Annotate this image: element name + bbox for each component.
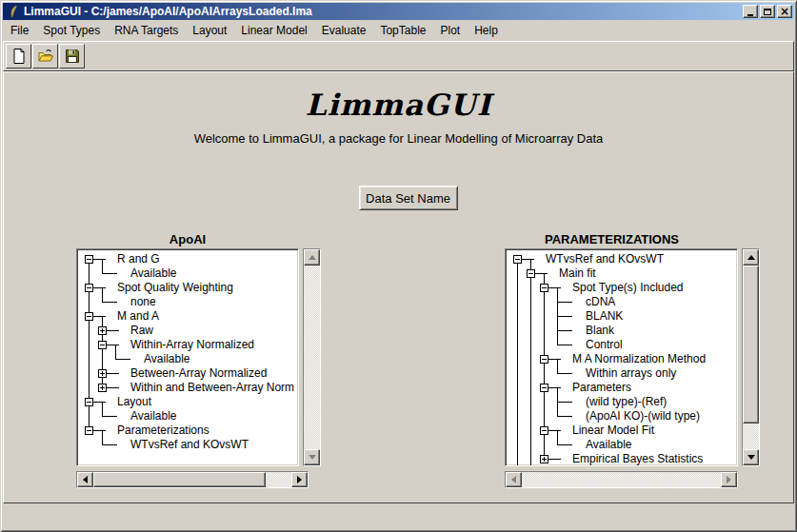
scroll-left-button[interactable] xyxy=(77,472,93,487)
tree-node-label[interactable]: WTvsRef and KOvsWT xyxy=(546,252,664,266)
right-tree-vertical-scrollbar[interactable] xyxy=(742,248,760,466)
tree-line xyxy=(517,352,518,366)
tree-node-label[interactable]: Empirical Bayes Statistics xyxy=(572,452,703,466)
menu-item-evaluate[interactable]: Evaluate xyxy=(316,21,372,40)
tree-node-label[interactable]: Available xyxy=(130,266,176,281)
maximize-button[interactable] xyxy=(760,5,775,18)
tree-collapse-box[interactable] xyxy=(527,269,535,278)
tree-node-label[interactable]: Between-Array Normalized xyxy=(130,366,267,381)
tree-node-label[interactable]: M A Normalization Method xyxy=(572,352,706,366)
tree-node-label[interactable]: M and A xyxy=(117,309,159,324)
tree-collapse-box[interactable] xyxy=(540,384,548,392)
open-folder-icon xyxy=(37,48,54,65)
menu-item-plot[interactable]: Plot xyxy=(434,21,466,40)
tree-row: (ApoAI KO)-(wild type) xyxy=(508,409,737,424)
tree-row: Blank xyxy=(508,324,737,338)
scroll-down-button[interactable] xyxy=(743,449,759,465)
tree-node-label[interactable]: Within-Array Normalized xyxy=(130,338,254,352)
tree-collapse-box[interactable] xyxy=(85,284,93,292)
tree-collapse-box[interactable] xyxy=(540,284,548,292)
tree-node-label[interactable]: R and G xyxy=(117,252,160,266)
tree-row: Layout xyxy=(80,395,298,409)
tree-expand-box[interactable] xyxy=(98,369,107,378)
maximize-icon xyxy=(764,9,771,15)
arrow-left-icon xyxy=(511,476,516,483)
tree-node-label[interactable]: Available xyxy=(130,409,176,424)
tree-node-label[interactable]: none xyxy=(130,295,156,309)
tree-node-label[interactable]: BLANK xyxy=(586,309,623,324)
tree-line xyxy=(530,381,531,395)
tree-line xyxy=(557,373,572,374)
tree-node-label[interactable]: Blank xyxy=(586,324,614,338)
tree-line xyxy=(102,431,103,438)
tree-line xyxy=(544,338,545,352)
new-file-button[interactable] xyxy=(6,44,31,69)
menu-item-toptable[interactable]: TopTable xyxy=(374,21,431,40)
tree-expand-box[interactable] xyxy=(98,384,107,392)
tree-node-label[interactable]: Parameterizations xyxy=(117,424,209,438)
tree-row: Spot Type(s) Included xyxy=(508,281,737,295)
app-feather-icon xyxy=(7,5,20,18)
title-bar[interactable]: LimmaGUI - C:/james/ApoAI/ApoAIArraysLoa… xyxy=(3,3,794,20)
tree-node-label[interactable]: WTvsRef and KOvsWT xyxy=(130,438,249,452)
tree-node-label[interactable]: Spot Quality Weighting xyxy=(117,281,233,295)
tree-collapse-box[interactable] xyxy=(98,341,107,349)
tree-node-label[interactable]: Available xyxy=(144,352,189,366)
tree-node-label[interactable]: cDNA xyxy=(586,295,615,309)
scroll-right-button[interactable] xyxy=(721,472,737,487)
menu-item-spot-types[interactable]: Spot Types xyxy=(37,21,106,40)
tree-node-label[interactable]: Within and Between-Array Norm xyxy=(130,381,294,395)
tree-line xyxy=(89,295,90,309)
tree-node-label[interactable]: Within arrays only xyxy=(586,366,676,381)
scroll-up-button[interactable] xyxy=(304,249,320,266)
save-file-button[interactable] xyxy=(59,44,85,69)
menu-item-rna-targets[interactable]: RNA Targets xyxy=(109,21,184,40)
tree-collapse-box[interactable] xyxy=(540,355,548,364)
minimize-button[interactable] xyxy=(743,5,758,18)
tree-collapse-box[interactable] xyxy=(513,255,522,264)
scroll-down-button[interactable] xyxy=(304,449,320,465)
minus-icon xyxy=(528,273,533,274)
tree-collapse-box[interactable] xyxy=(85,255,93,264)
minus-icon xyxy=(87,316,91,317)
tree-line xyxy=(557,302,572,303)
left-tree-horizontal-scrollbar[interactable] xyxy=(76,471,309,488)
tree-node-label[interactable]: (ApoAI KO)-(wild type) xyxy=(586,409,700,424)
menu-item-file[interactable]: File xyxy=(5,21,34,40)
tree-node-label[interactable]: Control xyxy=(586,338,623,352)
tree-line xyxy=(557,431,558,438)
tree-node-label[interactable]: Parameters xyxy=(572,381,631,395)
scrollbar-thumb[interactable] xyxy=(743,266,759,424)
tree-node-label[interactable]: (wild type)-(Ref) xyxy=(586,395,667,409)
tree-node-label[interactable]: Raw xyxy=(130,324,153,338)
open-file-button[interactable] xyxy=(32,44,58,69)
tree-expand-box[interactable] xyxy=(540,455,548,463)
tree-node-label[interactable]: Layout xyxy=(117,395,151,409)
menu-item-help[interactable]: Help xyxy=(468,21,504,40)
tree-node-label[interactable]: Linear Model Fit xyxy=(572,424,654,438)
scrollbar-thumb[interactable] xyxy=(93,472,266,487)
scroll-left-button[interactable] xyxy=(506,472,522,487)
tree-node-label[interactable]: Available xyxy=(586,438,631,452)
data-set-name-button[interactable]: Data Set Name xyxy=(359,186,458,210)
menu-bar: FileSpot TypesRNA TargetsLayoutLinear Mo… xyxy=(3,20,794,41)
tree-line xyxy=(557,303,558,309)
tree-collapse-box[interactable] xyxy=(540,426,548,435)
scroll-right-button[interactable] xyxy=(291,472,308,487)
left-tree-vertical-scrollbar[interactable] xyxy=(303,248,321,466)
tree-node-label[interactable]: Main fit xyxy=(559,266,596,281)
tree-line xyxy=(544,324,545,338)
tree-collapse-box[interactable] xyxy=(85,426,93,435)
tree-collapse-box[interactable] xyxy=(85,312,93,321)
tree-node-label[interactable]: Spot Type(s) Included xyxy=(572,281,684,295)
tree-line xyxy=(107,330,119,331)
menu-item-layout[interactable]: Layout xyxy=(187,21,232,40)
close-button[interactable]: × xyxy=(777,5,792,18)
right-tree-horizontal-scrollbar[interactable] xyxy=(505,471,738,488)
menu-item-linear-model[interactable]: Linear Model xyxy=(235,21,312,40)
tree-collapse-box[interactable] xyxy=(85,398,93,406)
scroll-up-button[interactable] xyxy=(743,249,759,266)
tree-expand-box[interactable] xyxy=(98,326,107,335)
tree-line xyxy=(548,359,561,360)
tree-line xyxy=(544,395,545,409)
